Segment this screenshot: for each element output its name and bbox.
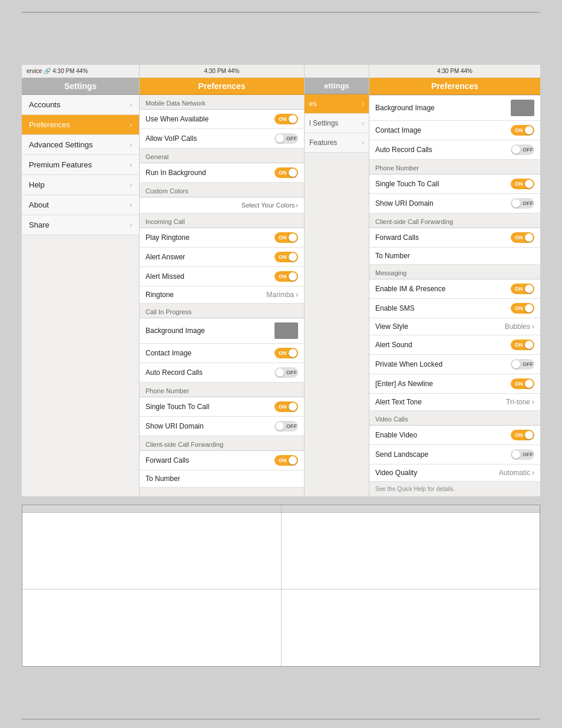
right-pref-row-alert-sound: Alert Sound ON	[369, 335, 540, 355]
pref-row-use-when-available: Use When Available ON	[140, 109, 304, 129]
section-label-custom-colors: Custom Colors	[140, 183, 304, 197]
right-toggle-alert-sound[interactable]: ON	[511, 340, 534, 350]
right-pref-label-to-number: To Number	[375, 252, 410, 260]
right-pref-row-alert-text-tone[interactable]: Alert Text Tone Tri-tone ›	[369, 394, 540, 411]
table-col-header-1	[22, 505, 282, 512]
right-toggle-auto-record[interactable]: OFF	[511, 144, 534, 155]
pref-row-allow-voip: Allow VoIP Calls OFF	[140, 129, 304, 149]
sidebar-item-about[interactable]: About ›	[22, 195, 139, 215]
sidebar-item-advanced-settings[interactable]: Advanced Settings ›	[22, 135, 139, 155]
partial-item-0[interactable]: es ›	[305, 94, 369, 114]
toggle-alert-missed[interactable]: ON	[275, 271, 298, 282]
toggle-play-ringtone[interactable]: ON	[275, 232, 298, 243]
right-toggle-send-landscape[interactable]: OFF	[511, 449, 534, 460]
right-toggle-enable-im[interactable]: ON	[511, 284, 534, 294]
table-cell-1-1	[22, 513, 282, 589]
sidebar-item-advanced-settings-label: Advanced Settings	[29, 140, 92, 149]
chevron-right-icon: ›	[130, 181, 132, 189]
pref-row-ringtone[interactable]: Ringtone Marimba ›	[140, 286, 304, 304]
toggle-knob	[512, 146, 520, 154]
chevron-right-icon: ›	[532, 322, 534, 331]
toggle-run-in-bg[interactable]: ON	[275, 167, 298, 178]
right-pref-label-show-uri: Show URI Domain	[375, 199, 434, 207]
toggle-knob	[525, 126, 533, 134]
right-pref-label-bg-image: Background Image	[375, 104, 435, 112]
right-toggle-enter-newline[interactable]: ON	[511, 378, 534, 389]
nav-status-bar: ervice 🔗 4:30 PM 44%	[22, 65, 139, 78]
right-pref-label-view-style: View Style	[375, 322, 408, 331]
page-wrapper: ervice 🔗 4:30 PM 44% Settings Accounts ›…	[22, 12, 540, 720]
partial-status-bar	[305, 65, 369, 78]
toggle-alert-answer[interactable]: ON	[275, 252, 298, 262]
toggle-auto-record[interactable]: OFF	[275, 367, 298, 378]
toggle-forward-calls[interactable]: ON	[275, 455, 298, 466]
section-label-phone-number: Phone Number	[140, 383, 304, 397]
pref-row-alert-answer: Alert Answer ON	[140, 248, 304, 267]
pref-row-to-number: To Number	[140, 470, 304, 487]
toggle-knob	[525, 180, 533, 188]
prefs-status-text: 4:30 PM 44%	[204, 68, 239, 74]
toggle-single-touch[interactable]: ON	[275, 401, 298, 412]
toggle-knob	[276, 422, 284, 430]
bottom-separator	[22, 719, 540, 720]
right-pref-label-enable-im: Enable IM & Presence	[375, 285, 445, 293]
right-toggle-enable-video[interactable]: ON	[511, 430, 534, 440]
right-toggle-enable-sms[interactable]: ON	[511, 303, 534, 314]
right-toggle-show-uri[interactable]: OFF	[511, 198, 534, 209]
toggle-knob	[276, 134, 284, 143]
right-background-image-box[interactable]	[511, 100, 534, 116]
table-body-row-2	[22, 589, 540, 666]
sidebar-item-help-label: Help	[29, 180, 45, 189]
right-pref-row-contact-image: Contact Image ON	[369, 121, 540, 140]
sidebar-item-share-label: Share	[29, 220, 49, 229]
pref-row-single-touch: Single Touch To Call ON	[140, 397, 304, 417]
sidebar-item-preferences[interactable]: Preferences ›	[22, 115, 139, 135]
right-pref-label-enter-newline: [Enter] As Newline	[375, 380, 433, 388]
right-toggle-single-touch[interactable]: ON	[511, 179, 534, 189]
right-toggle-private-locked[interactable]: OFF	[511, 359, 534, 370]
chevron-right-icon: ›	[130, 121, 132, 129]
chevron-right-icon: ›	[296, 291, 298, 299]
right-pref-row-forward-calls: Forward Calls ON	[369, 228, 540, 248]
toggle-knob	[525, 233, 533, 242]
right-toggle-forward-calls[interactable]: ON	[511, 232, 534, 243]
pref-row-select-colors[interactable]: Select Your Colors ›	[140, 197, 304, 213]
sidebar-item-preferences-label: Preferences	[29, 120, 70, 129]
toggle-use-when-available[interactable]: ON	[275, 114, 298, 124]
pref-row-auto-record: Auto Record Calls OFF	[140, 363, 304, 383]
toggle-allow-voip[interactable]: OFF	[275, 133, 298, 144]
right-pref-row-auto-record: Auto Record Calls OFF	[369, 140, 540, 160]
select-colors-button[interactable]: Select Your Colors ›	[242, 202, 298, 209]
right-pref-value-view-style: Bubbles ›	[505, 322, 534, 331]
partial-col: ettings es › l Settings › Features ›	[305, 65, 369, 496]
sidebar-item-help[interactable]: Help ›	[22, 175, 139, 195]
right-panel: 4:30 PM 44% Preferences Background Image…	[369, 65, 540, 496]
toggle-knob	[525, 285, 533, 293]
toggle-knob	[289, 233, 297, 242]
right-pref-row-enable-video: Enable Video ON	[369, 425, 540, 445]
partial-item-1[interactable]: l Settings ›	[305, 114, 369, 133]
partial-item-2[interactable]: Features ›	[305, 133, 369, 153]
sidebar-item-about-label: About	[29, 200, 49, 209]
background-image-box[interactable]	[275, 322, 298, 339]
chevron-right-icon: ›	[130, 201, 132, 209]
right-pref-row-enable-im: Enable IM & Presence ON	[369, 279, 540, 299]
right-pref-row-enable-sms: Enable SMS ON	[369, 299, 540, 318]
sidebar-item-share[interactable]: Share ›	[22, 215, 139, 235]
ipad-screen: ervice 🔗 4:30 PM 44% Settings Accounts ›…	[22, 65, 540, 496]
pref-label-play-ringtone: Play Ringtone	[146, 233, 190, 242]
right-status-bar: 4:30 PM 44%	[369, 65, 540, 78]
section-label-mobile-data: Mobile Data Network	[140, 95, 304, 109]
toggle-contact-image[interactable]: ON	[275, 348, 298, 358]
right-pref-label-alert-sound: Alert Sound	[375, 341, 412, 349]
toggle-show-uri[interactable]: OFF	[275, 421, 298, 431]
right-toggle-contact-image[interactable]: ON	[511, 125, 534, 136]
sidebar-item-premium-features[interactable]: Premium Features ›	[22, 155, 139, 175]
toggle-knob	[525, 380, 533, 388]
table-grid	[22, 505, 540, 667]
right-pref-row-view-style[interactable]: View Style Bubbles ›	[369, 318, 540, 335]
sidebar-item-accounts[interactable]: Accounts ›	[22, 95, 139, 115]
toggle-knob	[289, 115, 297, 123]
right-pref-row-video-quality[interactable]: Video Quality Automatic ›	[369, 465, 540, 482]
right-section-label-messaging: Messaging	[369, 265, 540, 279]
